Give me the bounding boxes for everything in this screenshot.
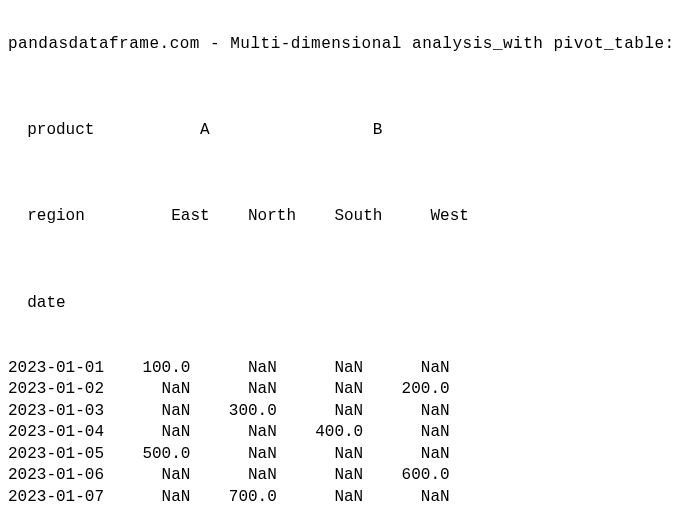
cell-west: NaN: [373, 401, 450, 423]
cell-north: 700.0: [200, 487, 277, 505]
table-row: 2023-01-04 NaN NaN 400.0 NaN: [8, 422, 672, 444]
cell-east: NaN: [123, 379, 190, 401]
output-title: pandasdataframe.com - Multi-dimensional …: [8, 34, 672, 56]
cell-east: NaN: [123, 422, 190, 444]
cell-north: NaN: [200, 444, 277, 466]
header-index-row: date: [8, 271, 672, 314]
cell-south: NaN: [286, 401, 363, 423]
cell-north: NaN: [200, 379, 277, 401]
header-product-blank-2: [392, 120, 469, 142]
cell-south: NaN: [286, 487, 363, 505]
cell-south: NaN: [286, 444, 363, 466]
table-row: 2023-01-07 NaN 700.0 NaN NaN: [8, 487, 672, 505]
header-region-south: South: [306, 206, 383, 228]
table-row: 2023-01-05 500.0 NaN NaN NaN: [8, 444, 672, 466]
cell-north: NaN: [200, 358, 277, 380]
header-index-label: date: [27, 293, 133, 315]
cell-west: NaN: [373, 487, 450, 505]
cell-east: 100.0: [123, 358, 190, 380]
cell-north: NaN: [200, 465, 277, 487]
cell-date: 2023-01-03: [8, 401, 114, 423]
cell-west: NaN: [373, 358, 450, 380]
cell-south: 400.0: [286, 422, 363, 444]
header-product-blank-1: [219, 120, 296, 142]
cell-south: NaN: [286, 379, 363, 401]
header-region-label: region: [27, 206, 133, 228]
header-product-label: product: [27, 120, 133, 142]
cell-west: NaN: [373, 422, 450, 444]
cell-west: 600.0: [373, 465, 450, 487]
cell-date: 2023-01-04: [8, 422, 114, 444]
cell-west: NaN: [373, 444, 450, 466]
cell-east: 500.0: [123, 444, 190, 466]
header-region-east: East: [142, 206, 209, 228]
header-product-a: A: [142, 120, 209, 142]
cell-north: NaN: [200, 422, 277, 444]
header-product-row: product A B: [8, 98, 672, 141]
cell-date: 2023-01-02: [8, 379, 114, 401]
cell-date: 2023-01-01: [8, 358, 114, 380]
header-region-row: region East North South West: [8, 185, 672, 228]
cell-south: NaN: [286, 465, 363, 487]
cell-south: NaN: [286, 358, 363, 380]
header-product-b: B: [306, 120, 383, 142]
header-region-west: West: [392, 206, 469, 228]
cell-west: 200.0: [373, 379, 450, 401]
cell-east: NaN: [123, 401, 190, 423]
cell-date: 2023-01-05: [8, 444, 114, 466]
table-row: 2023-01-01 100.0 NaN NaN NaN: [8, 358, 672, 380]
cell-east: NaN: [123, 465, 190, 487]
cell-date: 2023-01-06: [8, 465, 114, 487]
cell-east: NaN: [123, 487, 190, 505]
cell-date: 2023-01-07: [8, 487, 114, 505]
table-row: 2023-01-06 NaN NaN NaN 600.0: [8, 465, 672, 487]
data-rows: 2023-01-01 100.0 NaN NaN NaN2023-01-02 N…: [8, 358, 672, 506]
table-row: 2023-01-03 NaN 300.0 NaN NaN: [8, 401, 672, 423]
cell-north: 300.0: [200, 401, 277, 423]
table-row: 2023-01-02 NaN NaN NaN 200.0: [8, 379, 672, 401]
header-region-north: North: [219, 206, 296, 228]
terminal-output: pandasdataframe.com - Multi-dimensional …: [0, 0, 680, 505]
